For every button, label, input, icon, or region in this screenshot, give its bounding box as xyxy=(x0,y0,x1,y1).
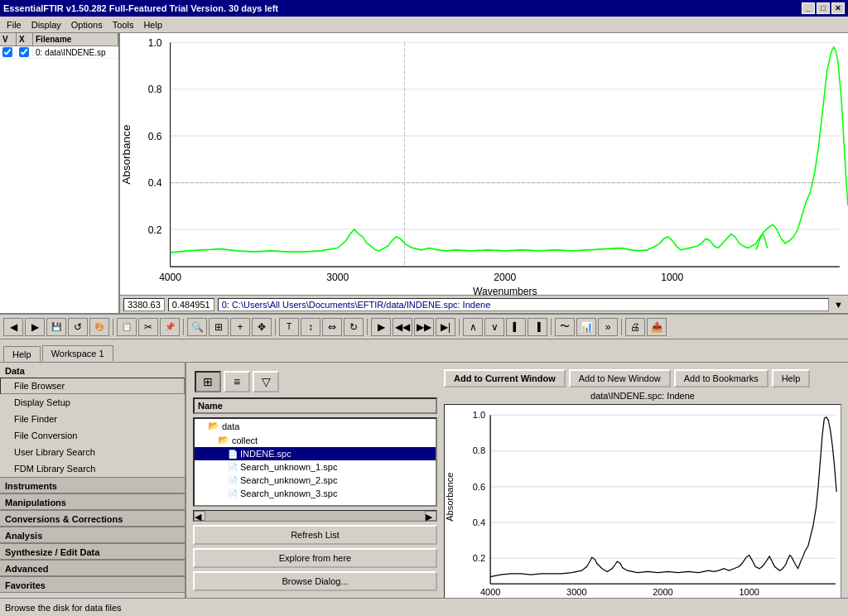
expand-btn[interactable]: ⊞ xyxy=(209,318,229,336)
play-btn[interactable]: ▶ xyxy=(371,318,391,336)
minimize-btn[interactable]: _ xyxy=(802,2,815,14)
arrow-btn[interactable]: ↕ xyxy=(301,318,320,336)
wavenumber-display: 3380.63 xyxy=(123,298,165,311)
rotate-btn[interactable]: ↻ xyxy=(344,318,364,336)
preview-help-btn[interactable]: Help xyxy=(772,369,811,387)
app-body: V X Filename 0: data\INDENE.sp xyxy=(0,33,848,616)
menu-help[interactable]: Help xyxy=(138,18,167,31)
tree-item-search1[interactable]: 📄 Search_unknown_1.spc xyxy=(195,460,436,474)
zoom-btn[interactable]: 🔍 xyxy=(187,318,207,336)
file-row-v xyxy=(0,46,17,58)
file-browser-panel: ⊞ ≡ ▽ Name 📂 data 📂 collect xyxy=(193,369,437,591)
main-content: ⊞ ≡ ▽ Name 📂 data 📂 collect xyxy=(186,363,848,598)
file-icon-search1: 📄 xyxy=(228,463,238,472)
svg-text:3000: 3000 xyxy=(566,587,587,597)
chart-btn[interactable]: 📊 xyxy=(576,318,596,336)
svg-text:4000: 4000 xyxy=(159,270,181,283)
fb-filter-btn[interactable]: ▽ xyxy=(253,371,279,392)
fb-hscroll[interactable]: ◀ ▶ xyxy=(193,510,437,522)
tree-item-search3[interactable]: 📄 Search_unknown_3.spc xyxy=(195,487,436,500)
tree-item-data[interactable]: 📂 data xyxy=(195,419,436,433)
add-to-bookmarks-btn[interactable]: Add to Bookmarks xyxy=(674,369,768,387)
color-btn[interactable]: 🎨 xyxy=(89,318,109,336)
tree-item-indene[interactable]: 📄 INDENE.spc xyxy=(195,447,436,460)
fb-list-btn[interactable]: ≡ xyxy=(224,371,250,392)
sidebar-item-file-browser[interactable]: File Browser xyxy=(0,378,185,394)
menu-tools[interactable]: Tools xyxy=(108,18,139,31)
refresh-btn[interactable]: ↺ xyxy=(68,318,88,336)
peak-btn[interactable]: ∧ xyxy=(463,318,483,336)
tab-help[interactable]: Help xyxy=(3,346,41,362)
spectrum-canvas: 1.0 0.8 0.6 0.4 0.2 4000 3000 2000 1000 … xyxy=(120,33,848,295)
svg-text:0.6: 0.6 xyxy=(473,482,485,492)
sidebar-item-file-conversion[interactable]: File Conversion xyxy=(0,427,185,444)
preview-panel: Add to Current Window Add to New Window … xyxy=(444,369,841,591)
tree-item-search2[interactable]: 📄 Search_unknown_2.spc xyxy=(195,474,436,487)
add-to-current-btn[interactable]: Add to Current Window xyxy=(444,369,566,387)
wave-btn[interactable]: 〜 xyxy=(555,318,575,336)
end-btn[interactable]: ▶| xyxy=(436,318,455,336)
ffwd-btn[interactable]: ▶▶ xyxy=(414,318,434,336)
title-bar-controls: _ □ ✕ xyxy=(802,2,845,14)
add-to-new-btn[interactable]: Add to New Window xyxy=(569,369,671,387)
section-conversions[interactable]: Conversions & Corrections xyxy=(0,510,185,527)
bar2-btn[interactable]: ▐ xyxy=(528,318,547,336)
refresh-list-btn[interactable]: Refresh List xyxy=(193,525,437,545)
sidebar-item-display-setup[interactable]: Display Setup xyxy=(0,394,185,411)
resize-btn[interactable]: ⇔ xyxy=(322,318,342,336)
bar1-btn[interactable]: ▌ xyxy=(506,318,526,336)
section-favorites[interactable]: Favorites xyxy=(0,576,185,593)
valley-btn[interactable]: ∨ xyxy=(484,318,504,336)
tree-item-collect[interactable]: 📂 collect xyxy=(195,433,436,447)
maximize-btn[interactable]: □ xyxy=(817,2,830,14)
section-manipulations[interactable]: Manipulations xyxy=(0,493,185,510)
section-analysis[interactable]: Analysis xyxy=(0,527,185,543)
sidebar-item-file-finder[interactable]: File Finder xyxy=(0,411,185,427)
svg-text:1000: 1000 xyxy=(661,270,683,283)
cursor-btn[interactable]: + xyxy=(230,318,250,336)
move-btn[interactable]: ✥ xyxy=(252,318,272,336)
copy-btn[interactable]: 📋 xyxy=(117,318,137,336)
browse-dialog-btn[interactable]: Browse Dialog... xyxy=(193,571,437,591)
menu-display[interactable]: Display xyxy=(26,18,66,31)
file-exclude-check[interactable] xyxy=(19,47,29,57)
export-btn[interactable]: 📤 xyxy=(647,318,667,336)
fb-toolbar: ⊞ ≡ ▽ xyxy=(193,369,437,394)
svg-text:1.0: 1.0 xyxy=(148,36,162,49)
svg-text:1000: 1000 xyxy=(739,587,759,597)
text-btn[interactable]: T xyxy=(279,318,299,336)
sidebar-item-user-library[interactable]: User Library Search xyxy=(0,444,185,460)
file-visible-check[interactable] xyxy=(2,47,12,57)
spectrum-chart: 1.0 0.8 0.6 0.4 0.2 4000 3000 2000 1000 … xyxy=(120,33,848,295)
file-list-rows: 0: data\INDENE.sp xyxy=(0,46,118,313)
menu-file[interactable]: File xyxy=(2,18,26,31)
back-btn[interactable]: ◀ xyxy=(3,318,23,336)
col-v: V xyxy=(0,33,17,46)
svg-rect-0 xyxy=(120,33,848,295)
svg-text:0.8: 0.8 xyxy=(473,445,485,455)
col-x: X xyxy=(17,33,33,46)
section-synthesize[interactable]: Synthesize / Edit Data xyxy=(0,543,185,560)
explore-btn[interactable]: Explore from here xyxy=(193,548,437,568)
save-btn[interactable]: 💾 xyxy=(46,318,66,336)
menu-options[interactable]: Options xyxy=(66,18,108,31)
file-row[interactable]: 0: data\INDENE.sp xyxy=(0,46,118,59)
forward-btn[interactable]: ▶ xyxy=(25,318,45,336)
folder-open-icon-collect: 📂 xyxy=(218,435,229,445)
path-dropdown-btn[interactable]: ▼ xyxy=(832,298,845,311)
sidebar-item-fdm-library[interactable]: FDM Library Search xyxy=(0,460,185,477)
tab-workspace1[interactable]: Workspace 1 xyxy=(42,345,113,362)
spectrum-status: 3380.63 0.484951 0: C:\Users\All Users\D… xyxy=(120,295,848,313)
fb-grid-btn[interactable]: ⊞ xyxy=(195,371,221,392)
section-instruments[interactable]: Instruments xyxy=(0,477,185,493)
section-advanced[interactable]: Advanced xyxy=(0,560,185,576)
cut-btn[interactable]: ✂ xyxy=(138,318,158,336)
close-btn[interactable]: ✕ xyxy=(831,2,845,14)
print-btn[interactable]: 🖨 xyxy=(625,318,645,336)
paste-btn[interactable]: 📌 xyxy=(160,318,180,336)
more-btn[interactable]: » xyxy=(598,318,618,336)
app-title: EssentialFTIR v1.50.282 Full-Featured Tr… xyxy=(3,3,278,13)
sep3 xyxy=(275,319,276,335)
rewind-btn[interactable]: ◀◀ xyxy=(393,318,412,336)
folder-open-icon: 📂 xyxy=(208,421,219,431)
